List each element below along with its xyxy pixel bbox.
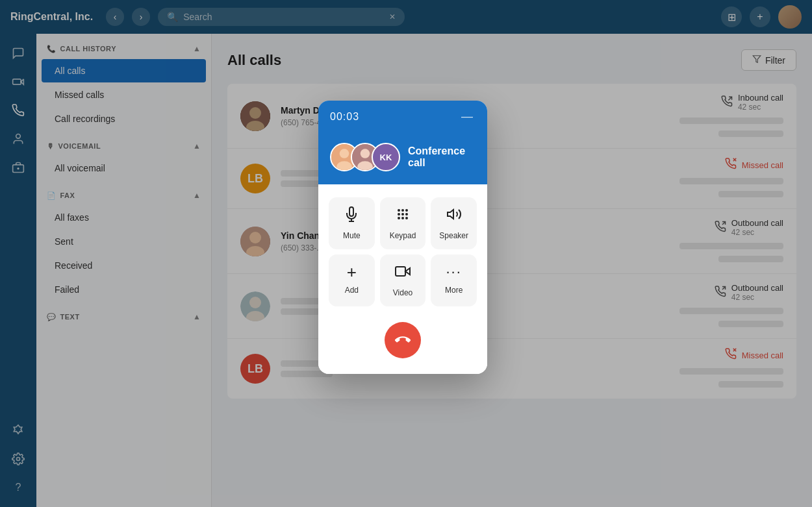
svg-point-37 [405,217,408,219]
video-label: Video [393,288,412,297]
conference-avatars: KK [330,143,400,171]
call-controls-grid: Mute Keypad Speaker [329,197,477,306]
more-button[interactable]: ··· More [431,254,477,306]
svg-point-33 [401,213,404,216]
svg-point-22 [340,149,349,158]
call-end-row [329,317,477,361]
keypad-icon [395,206,411,226]
conference-label: Conference call [408,145,476,169]
svg-point-36 [401,217,404,219]
minimize-button[interactable]: — [459,110,476,123]
svg-marker-38 [448,210,453,219]
add-participant-button[interactable]: + Add [329,254,375,306]
end-call-button[interactable] [385,322,421,358]
svg-marker-39 [405,268,410,275]
svg-point-34 [405,213,408,216]
end-call-icon [395,332,411,348]
call-modal-header: 00:03 — [318,101,487,132]
svg-point-35 [398,217,400,219]
more-label: More [445,286,463,295]
svg-point-26 [357,161,373,171]
call-timer: 00:03 [330,111,359,123]
participant3-avatar: KK [372,143,400,171]
add-icon: + [347,264,357,280]
svg-point-25 [361,149,370,158]
add-label: Add [345,286,359,295]
svg-point-23 [336,161,352,171]
mute-button[interactable]: Mute [329,197,375,249]
call-modal-body: Mute Keypad Speaker [318,184,487,374]
svg-point-32 [398,213,400,216]
call-modal: 00:03 — [318,101,487,374]
keypad-label: Keypad [390,231,416,240]
svg-point-30 [401,209,404,212]
speaker-button[interactable]: Speaker [431,197,477,249]
speaker-label: Speaker [439,231,468,240]
svg-rect-40 [396,267,405,276]
video-button[interactable]: Video [380,254,426,306]
speaker-icon [446,206,462,226]
conference-row: KK Conference call [318,132,487,184]
overlay-backdrop: 00:03 — [0,0,812,507]
svg-point-31 [405,209,408,212]
more-icon: ··· [446,264,461,280]
keypad-button[interactable]: Keypad [380,197,426,249]
svg-point-29 [398,209,400,212]
video-ctrl-icon [395,264,411,283]
mute-label: Mute [343,231,361,240]
mute-icon [344,206,359,226]
